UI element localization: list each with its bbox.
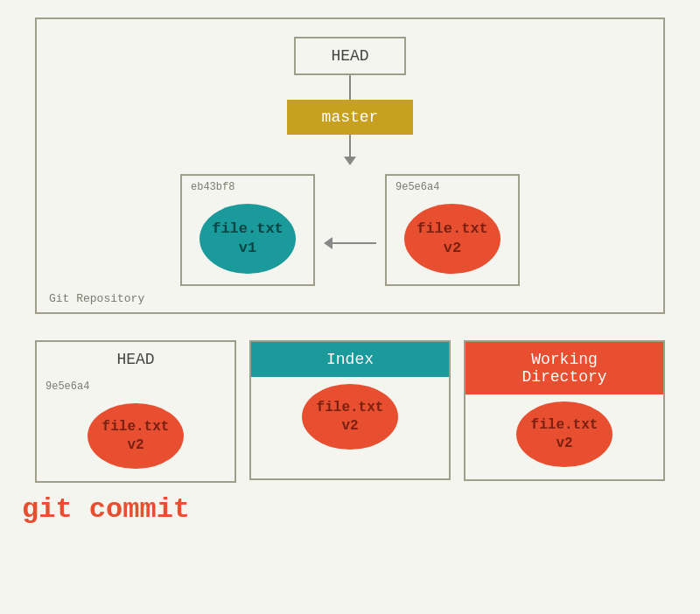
arrow-head-left (324, 237, 332, 249)
bottom-head-header: HEAD (37, 342, 234, 377)
head-label: HEAD (331, 47, 368, 65)
bottom-head-hash: 9e5e6a4 (37, 377, 98, 396)
head-box: HEAD (294, 37, 405, 75)
git-commit-label: git commit (18, 493, 190, 526)
repo-top-row: HEAD master (54, 37, 646, 165)
commits-row: eb43bf8 file.txt v1 9e5e6a4 file.t (54, 174, 646, 286)
arrow-head (344, 157, 356, 165)
commit-box-1: eb43bf8 file.txt v1 (180, 174, 315, 286)
commit1-blob-text: file.txt v1 (212, 220, 284, 258)
bottom-section: HEAD 9e5e6a4 file.txt v2 Index file.txt … (35, 340, 665, 483)
git-repo-section: HEAD master eb43bf8 file.txt v1 (35, 17, 665, 314)
bottom-head-blob: file.txt v2 (88, 403, 184, 469)
bottom-index-blob: file.txt v2 (302, 384, 398, 450)
commit1-hash: eb43bf8 (191, 181, 234, 193)
bottom-working-box: Working Directory file.txt v2 (464, 340, 665, 481)
master-to-commit-arrow (344, 135, 356, 165)
main-container: HEAD master eb43bf8 file.txt v1 (0, 0, 700, 614)
master-label: master (322, 108, 379, 126)
bottom-index-box: Index file.txt v2 (249, 340, 451, 480)
bottom-index-blob-text: file.txt v2 (317, 399, 384, 436)
bottom-head-box: HEAD 9e5e6a4 file.txt v2 (35, 340, 236, 483)
master-box: master (287, 100, 414, 135)
commit-arrow (324, 237, 376, 249)
arrow-line (349, 135, 351, 157)
git-repo-label: Git Repository (49, 292, 144, 305)
arrow-horiz-line (332, 242, 376, 244)
commit2-blob-text: file.txt v2 (416, 220, 488, 258)
bottom-working-blob-text: file.txt v2 (531, 416, 598, 453)
commit2-blob: file.txt v2 (404, 204, 500, 274)
head-to-master-line (349, 75, 351, 100)
commit-box-2: 9e5e6a4 file.txt v2 (385, 174, 520, 286)
commit2-hash: 9e5e6a4 (396, 181, 439, 193)
bottom-working-blob: file.txt v2 (516, 401, 612, 467)
bottom-index-header: Index (251, 342, 449, 377)
bottom-working-header: Working Directory (466, 342, 663, 394)
bottom-head-blob-text: file.txt v2 (102, 418, 170, 455)
commit1-blob: file.txt v1 (200, 204, 296, 274)
